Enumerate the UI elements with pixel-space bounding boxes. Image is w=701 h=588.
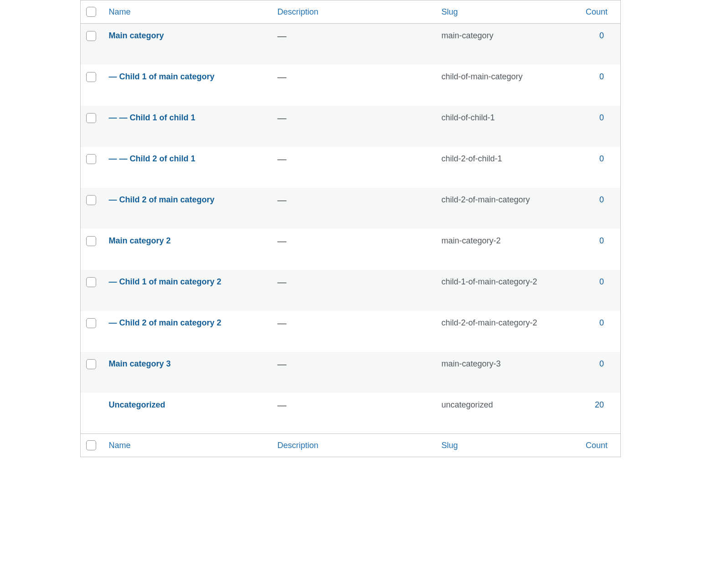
column-header-description[interactable]: Description	[278, 7, 319, 16]
row-checkbox[interactable]	[86, 318, 96, 328]
category-description: —	[278, 154, 287, 164]
category-description: —	[278, 236, 287, 246]
row-checkbox[interactable]	[86, 195, 96, 205]
category-name-link[interactable]: Main category 3	[109, 359, 171, 368]
category-slug: child-1-of-main-category-2	[442, 277, 537, 286]
category-count-link[interactable]: 0	[599, 113, 604, 122]
column-header-name[interactable]: Name	[109, 7, 131, 16]
category-name-link[interactable]: — — Child 2 of child 1	[109, 154, 196, 163]
table-row: Uncategorized—uncategorized20	[81, 393, 621, 434]
category-description: —	[278, 400, 287, 410]
category-slug: child-2-of-main-category	[442, 195, 530, 204]
category-description: —	[278, 31, 287, 41]
category-name-link[interactable]: — Child 2 of main category	[109, 195, 215, 204]
category-description: —	[278, 113, 287, 123]
column-header-count[interactable]: Count	[586, 7, 608, 16]
table-row: Main category—main-category0	[81, 24, 621, 65]
table-row: Main category 2—main-category-20	[81, 229, 621, 270]
categories-table: Name Description Slug Count Main categor…	[80, 0, 621, 457]
table-row: — Child 2 of main category 2—child-2-of-…	[81, 311, 621, 352]
category-name-link[interactable]: Main category 2	[109, 236, 171, 245]
category-name-link[interactable]: Uncategorized	[109, 400, 165, 409]
category-description: —	[278, 277, 287, 287]
category-count-link[interactable]: 0	[599, 318, 604, 327]
category-name-link[interactable]: — Child 2 of main category 2	[109, 318, 222, 327]
column-footer-description[interactable]: Description	[278, 441, 319, 450]
row-checkbox[interactable]	[86, 113, 96, 123]
category-slug: child-of-child-1	[442, 113, 495, 122]
row-checkbox[interactable]	[86, 31, 96, 41]
category-count-link[interactable]: 0	[599, 277, 604, 286]
table-row: — — Child 1 of child 1—child-of-child-10	[81, 106, 621, 147]
column-footer-name[interactable]: Name	[109, 441, 131, 450]
table-header-row: Name Description Slug Count	[81, 0, 621, 24]
category-description: —	[278, 359, 287, 369]
category-description: —	[278, 195, 287, 205]
category-count-link[interactable]: 0	[599, 195, 604, 204]
category-slug: child-of-main-category	[442, 72, 523, 81]
row-checkbox[interactable]	[86, 277, 96, 287]
column-header-slug[interactable]: Slug	[442, 7, 458, 16]
column-footer-count[interactable]: Count	[586, 441, 608, 450]
table-footer-row: Name Description Slug Count	[81, 434, 621, 457]
category-slug: uncategorized	[442, 400, 493, 409]
category-count-link[interactable]: 20	[595, 400, 604, 409]
row-checkbox[interactable]	[86, 154, 96, 164]
table-row: — Child 1 of main category—child-of-main…	[81, 65, 621, 106]
category-slug: child-2-of-child-1	[442, 154, 502, 163]
table-row: Main category 3—main-category-30	[81, 352, 621, 393]
column-footer-slug[interactable]: Slug	[442, 441, 458, 450]
category-name-link[interactable]: Main category	[109, 31, 164, 40]
select-all-checkbox-bottom[interactable]	[86, 440, 96, 450]
category-count-link[interactable]: 0	[599, 31, 604, 40]
category-name-link[interactable]: — Child 1 of main category	[109, 72, 215, 81]
table-row: — Child 2 of main category—child-2-of-ma…	[81, 188, 621, 229]
category-name-link[interactable]: — — Child 1 of child 1	[109, 113, 196, 122]
category-count-link[interactable]: 0	[599, 236, 604, 245]
table-row: — Child 1 of main category 2—child-1-of-…	[81, 270, 621, 311]
category-slug: main-category	[442, 31, 494, 40]
category-slug: child-2-of-main-category-2	[442, 318, 537, 327]
category-slug: main-category-3	[442, 359, 501, 368]
row-checkbox[interactable]	[86, 359, 96, 369]
category-description: —	[278, 318, 287, 328]
category-count-link[interactable]: 0	[599, 72, 604, 81]
row-checkbox[interactable]	[86, 72, 96, 82]
category-name-link[interactable]: — Child 1 of main category 2	[109, 277, 222, 286]
category-count-link[interactable]: 0	[599, 154, 604, 163]
category-description: —	[278, 72, 287, 82]
row-checkbox[interactable]	[86, 236, 96, 246]
table-row: — — Child 2 of child 1—child-2-of-child-…	[81, 147, 621, 188]
select-all-checkbox-top[interactable]	[86, 7, 96, 17]
category-count-link[interactable]: 0	[599, 359, 604, 368]
category-slug: main-category-2	[442, 236, 501, 245]
